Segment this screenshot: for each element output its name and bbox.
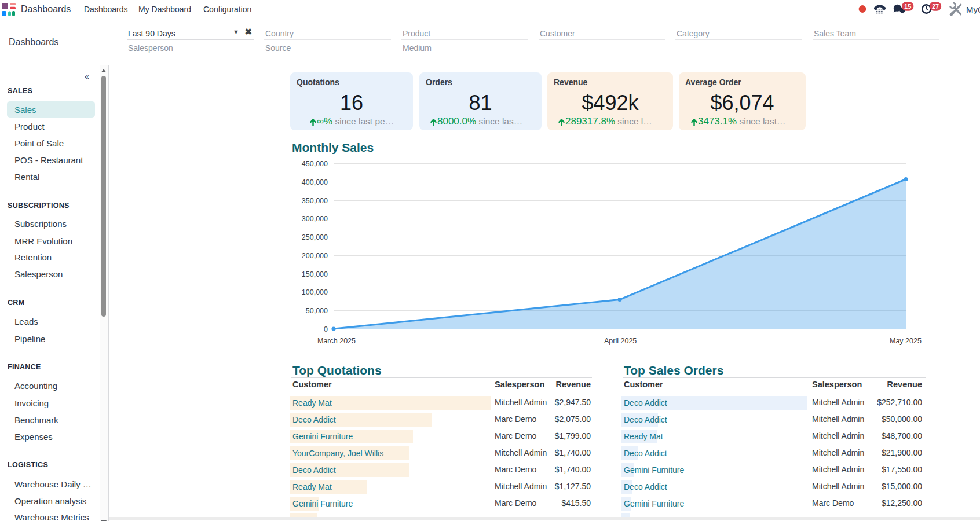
svg-text:May 2025: May 2025 bbox=[890, 337, 922, 345]
svg-text:March 2025: March 2025 bbox=[317, 337, 356, 345]
svg-text:250,000: 250,000 bbox=[302, 233, 328, 241]
svg-text:450,000: 450,000 bbox=[302, 160, 328, 168]
svg-text:150,000: 150,000 bbox=[302, 270, 328, 278]
svg-text:350,000: 350,000 bbox=[302, 197, 328, 205]
svg-text:200,000: 200,000 bbox=[302, 252, 328, 260]
svg-text:15: 15 bbox=[904, 3, 911, 10]
svg-text:0: 0 bbox=[324, 325, 328, 333]
svg-text:400,000: 400,000 bbox=[302, 178, 328, 186]
svg-text:April 2025: April 2025 bbox=[604, 337, 637, 345]
svg-text:300,000: 300,000 bbox=[302, 215, 328, 223]
svg-text:27: 27 bbox=[932, 3, 939, 10]
svg-text:50,000: 50,000 bbox=[306, 307, 328, 315]
svg-text:100,000: 100,000 bbox=[302, 288, 328, 296]
